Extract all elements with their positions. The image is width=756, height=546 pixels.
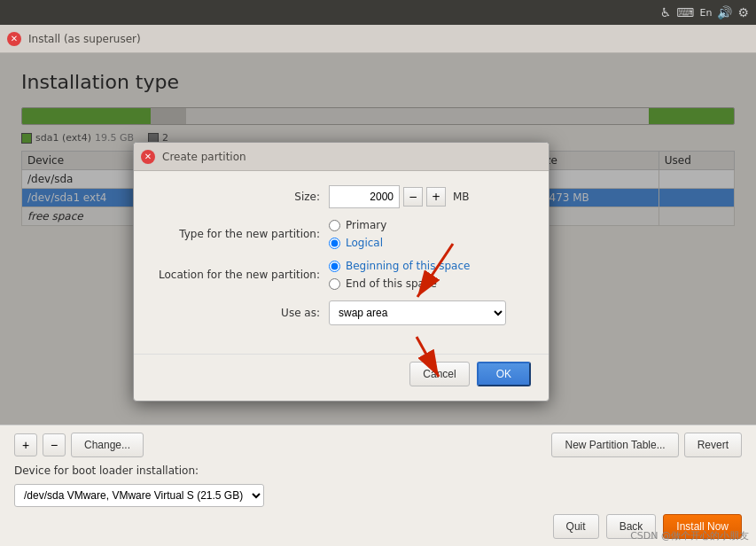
settings-icon[interactable]: ⚙	[737, 5, 749, 20]
revert-button[interactable]: Revert	[684, 433, 742, 457]
modal-titlebar: ✕ Create partition	[134, 143, 549, 171]
add-partition-button[interactable]: +	[14, 433, 37, 456]
language-indicator[interactable]: En	[700, 7, 713, 19]
change-partition-button[interactable]: Change...	[71, 433, 144, 457]
keyboard-icon[interactable]: ⌨	[676, 5, 694, 20]
location-label: Location for the new partition:	[152, 269, 329, 281]
location-beginning-row: Beginning of this space	[329, 260, 470, 272]
bootloader-select[interactable]: /dev/sda VMware, VMware Virtual S (21.5 …	[14, 484, 264, 507]
type-control: Primary Logical	[329, 219, 531, 249]
type-label: Type for the new partition:	[152, 228, 329, 240]
location-end-row: End of this space	[329, 277, 470, 290]
location-end-label: End of this space	[346, 277, 437, 290]
window-close-button[interactable]: ✕	[7, 32, 21, 46]
type-primary-row: Primary	[329, 219, 386, 231]
main-content: Installation type sda1 (ext4) 19.5 GB 2	[0, 53, 756, 425]
accessibility-icon[interactable]: ♿	[660, 5, 672, 20]
type-logical-label: Logical	[346, 237, 383, 249]
window-title: Install (as superuser)	[28, 33, 141, 45]
location-beginning-label: Beginning of this space	[346, 260, 470, 272]
use-as-control: swap area ext4 journaling file system ex…	[329, 300, 531, 325]
modal-overlay: ✕ Create partition Size: − + MB	[0, 53, 756, 425]
use-as-dropdown[interactable]: swap area ext4 journaling file system ex…	[329, 300, 506, 325]
watermark: CSDN @做个开心的小朋友	[630, 529, 749, 542]
cancel-button[interactable]: Cancel	[409, 362, 469, 386]
modal-close-button[interactable]: ✕	[141, 150, 155, 164]
size-unit-label: MB	[453, 191, 470, 203]
ok-button[interactable]: OK	[477, 362, 531, 386]
size-control: − + MB	[329, 185, 531, 208]
type-logical-row: Logical	[329, 237, 386, 249]
table-actions-row: + − Change... New Partition Table... Rev…	[14, 433, 742, 457]
type-radio-group: Primary Logical	[329, 219, 386, 249]
use-as-label: Use as:	[152, 307, 329, 319]
size-increment-button[interactable]: +	[426, 187, 446, 207]
size-label: Size:	[152, 191, 329, 203]
location-end-radio[interactable]	[329, 278, 340, 290]
modal-title: Create partition	[162, 151, 246, 163]
type-logical-radio[interactable]	[329, 238, 340, 249]
modal-buttons: Cancel OK	[134, 354, 549, 401]
partition-type-row: Type for the new partition: Primary Logi…	[152, 219, 531, 249]
location-radio-group: Beginning of this space End of this spac…	[329, 260, 470, 290]
create-partition-modal: ✕ Create partition Size: − + MB	[133, 142, 549, 402]
main-window: ✕ Install (as superuser) Installation ty…	[0, 25, 756, 546]
use-as-row: Use as: swap area ext4 journaling file s…	[152, 300, 531, 325]
new-partition-table-button[interactable]: New Partition Table...	[551, 433, 678, 457]
volume-icon[interactable]: 🔊	[717, 5, 732, 20]
bootloader-select-row: /dev/sda VMware, VMware Virtual S (21.5 …	[14, 484, 742, 507]
remove-partition-button[interactable]: −	[43, 433, 66, 456]
size-input[interactable]	[329, 185, 400, 208]
system-topbar: ♿ ⌨ En 🔊 ⚙	[0, 0, 756, 25]
system-tray: ♿ ⌨ En 🔊 ⚙	[660, 5, 749, 20]
quit-button[interactable]: Quit	[553, 514, 599, 539]
type-primary-radio[interactable]	[329, 220, 340, 231]
bootloader-row: Device for boot loader installation:	[14, 464, 742, 477]
bottom-bar: + − Change... New Partition Table... Rev…	[0, 425, 756, 546]
location-beginning-radio[interactable]	[329, 261, 340, 272]
size-row: Size: − + MB	[152, 185, 531, 208]
size-decrement-button[interactable]: −	[403, 187, 423, 207]
location-control: Beginning of this space End of this spac…	[329, 260, 531, 290]
location-row: Location for the new partition: Beginnin…	[152, 260, 531, 290]
modal-body: Size: − + MB Type for the new partition:	[134, 171, 549, 350]
type-primary-label: Primary	[346, 219, 386, 231]
bootloader-label: Device for boot loader installation:	[14, 464, 199, 477]
window-titlebar: ✕ Install (as superuser)	[0, 25, 756, 53]
